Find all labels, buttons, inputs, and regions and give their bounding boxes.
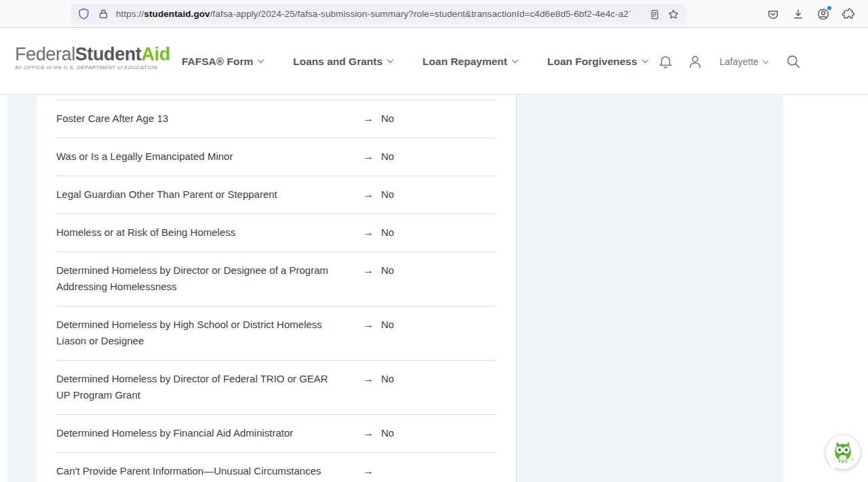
summary-row[interactable]: Determined Homeless by Director of Feder…	[56, 360, 496, 414]
summary-row[interactable]: Can't Provide Parent Information—Unusual…	[56, 452, 496, 482]
nav-label: Loan Repayment	[422, 56, 507, 68]
user-person-icon[interactable]	[687, 54, 703, 70]
chevron-down-icon	[642, 56, 648, 63]
user-name: Lafayette	[719, 56, 759, 67]
summary-row[interactable]: Determined Homeless by High School or Di…	[56, 306, 496, 360]
fsa-logo-tagline: An OFFICE of the U.S. DEPARTMENT of EDUC…	[15, 64, 170, 71]
fsa-logo[interactable]: FederalStudentAid An OFFICE of the U.S. …	[15, 45, 170, 71]
url-text: https://studentaid.gov/fafsa-apply/2024-…	[116, 9, 630, 19]
answer-value: No	[381, 425, 394, 441]
nav-loan-repayment[interactable]: Loan Repayment	[422, 56, 517, 68]
header-right-group: Lafayette	[658, 28, 802, 95]
question-answer: → No	[363, 148, 394, 165]
lock-icon[interactable]	[98, 8, 109, 20]
site-header: FederalStudentAid An OFFICE of the U.S. …	[0, 28, 868, 95]
summary-row[interactable]: Legal Guardian Other Than Parent or Step…	[56, 176, 496, 214]
summary-row[interactable]: Determined Homeless by Director or Desig…	[56, 252, 496, 306]
shield-icon[interactable]	[77, 7, 90, 20]
browser-toolbar: https://studentaid.gov/fafsa-apply/2024-…	[0, 0, 868, 28]
question-label: Was or Is a Legally Emancipated Minor	[56, 148, 344, 165]
arrow-right-icon: →	[363, 425, 374, 441]
fsa-logo-wordmark: FederalStudentAid	[15, 45, 170, 64]
answer-value: No	[381, 186, 394, 203]
extensions-puzzle-icon[interactable]	[840, 6, 856, 22]
question-label: Determined Homeless by High School or Di…	[56, 317, 344, 349]
summary-row[interactable]: Foster Care After Age 13 → No	[56, 100, 496, 138]
nav-loans-and-grants[interactable]: Loans and Grants	[293, 56, 393, 68]
chevron-down-icon	[258, 56, 264, 63]
question-label: Foster Care After Age 13	[56, 111, 344, 127]
downloads-icon[interactable]	[790, 6, 806, 22]
summary-row[interactable]: Was or Is a Legally Emancipated Minor → …	[56, 138, 496, 176]
question-label: Determined Homeless by Financial Aid Adm…	[56, 425, 344, 441]
nav-label: Loans and Grants	[293, 56, 382, 68]
question-answer: → No	[363, 317, 394, 333]
question-answer: →	[363, 463, 381, 479]
main-navigation: FAFSA® Form Loans and Grants Loan Repaym…	[182, 28, 648, 95]
search-icon[interactable]	[785, 54, 802, 70]
question-label: Determined Homeless by Director or Desig…	[56, 262, 344, 295]
answer-value: No	[381, 262, 394, 279]
chevron-down-icon	[762, 58, 768, 63]
nav-label: FAFSA® Form	[182, 56, 253, 68]
question-answer: → No	[363, 425, 394, 441]
question-label: Homeless or at Risk of Being Homeless	[56, 224, 344, 241]
summary-card: Foster Care After Age 13 → No Was or Is …	[37, 95, 517, 482]
question-label: Legal Guardian Other Than Parent or Step…	[56, 186, 344, 203]
arrow-right-icon: →	[363, 186, 374, 203]
nav-loan-forgiveness[interactable]: Loan Forgiveness	[547, 56, 648, 68]
bookmark-star-icon[interactable]	[667, 7, 680, 21]
summary-row[interactable]: Determined Homeless by Financial Aid Adm…	[56, 414, 496, 452]
chevron-down-icon	[512, 56, 519, 63]
notifications-bell-icon[interactable]	[658, 54, 673, 70]
menu-hamburger-icon[interactable]	[865, 6, 868, 22]
arrow-right-icon: →	[363, 463, 374, 479]
arrow-right-icon: →	[363, 262, 374, 279]
user-menu[interactable]: Lafayette	[714, 56, 768, 67]
pocket-icon[interactable]	[765, 6, 781, 22]
question-answer: → No	[363, 224, 394, 241]
answer-value: No	[381, 111, 394, 127]
owl-icon: ®	[830, 439, 856, 465]
nav-label: Loan Forgiveness	[547, 56, 637, 68]
arrow-right-icon: →	[363, 371, 374, 387]
arrow-right-icon: →	[363, 148, 374, 165]
answer-value: No	[381, 371, 394, 387]
question-label: Determined Homeless by Director of Feder…	[56, 371, 344, 403]
arrow-right-icon: →	[363, 224, 374, 241]
question-answer: → No	[363, 186, 394, 203]
arrow-right-icon: →	[363, 111, 374, 127]
account-notification-dot	[827, 5, 832, 11]
answer-value: No	[381, 317, 394, 333]
fafsa-summary-overlay: Foster Care After Age 13 → No Was or Is …	[7, 95, 783, 482]
summary-row[interactable]: Homeless or at Risk of Being Homeless → …	[56, 214, 496, 252]
question-answer: → No	[363, 371, 394, 387]
account-icon[interactable]	[815, 6, 831, 22]
toolbar-icon-group	[765, 6, 868, 22]
answer-value: No	[381, 148, 394, 165]
question-answer: → No	[363, 111, 394, 127]
question-answer: → No	[363, 262, 394, 279]
aidan-chat-button[interactable]: ®	[825, 435, 861, 470]
question-label: Can't Provide Parent Information—Unusual…	[56, 463, 344, 479]
chevron-down-icon	[387, 56, 394, 63]
reader-view-icon[interactable]	[648, 7, 661, 21]
svg-text:®: ®	[851, 458, 854, 462]
nav-fafsa-form[interactable]: FAFSA® Form	[182, 56, 263, 68]
arrow-right-icon: →	[363, 317, 374, 333]
answer-value: No	[381, 224, 394, 241]
address-bar[interactable]: https://studentaid.gov/fafsa-apply/2024-…	[71, 4, 686, 24]
